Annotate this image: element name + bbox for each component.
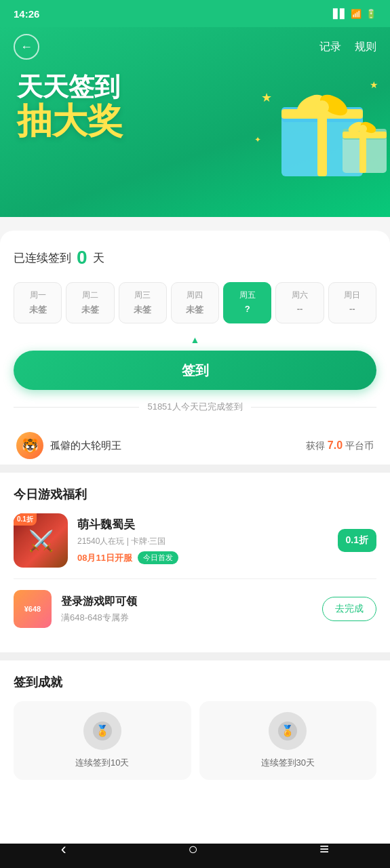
stats-divider-right	[251, 407, 376, 408]
day-arrow: ▲	[14, 334, 376, 345]
time-display: 14:26	[14, 8, 39, 20]
achievement-label-0: 连续签到10天	[75, 757, 129, 769]
status-time: 14:26	[14, 8, 39, 20]
discount-tag: 0.1折	[338, 529, 376, 552]
game-icon: ⚔️ 0.1折	[14, 513, 68, 568]
day-value-4: ?	[245, 304, 250, 314]
game-date-row: 08月11日开服 今日首发	[77, 551, 328, 564]
coupon-info: 登录游戏即可领 满648-648专属券	[61, 595, 313, 624]
day-label-5: 周六	[292, 290, 308, 301]
section-divider-2	[0, 652, 390, 660]
achievement-card-1: 🏅 连续签到30天	[199, 701, 377, 780]
streak-section: 已连续签到 0 天	[14, 247, 376, 269]
first-badge: 今日首发	[138, 551, 178, 564]
main-card: 已连续签到 0 天 周一 未签 周二 未签 周三 未签 周四 未签 周五 ? 周…	[0, 231, 390, 844]
coupon-desc: 满648-648专属券	[61, 612, 313, 624]
game-name: 萌斗魏蜀吴	[77, 517, 328, 532]
day-cell-1: 周二 未签	[66, 282, 114, 323]
header-banner: ← 记录 规则 天天签到 抽大奖	[0, 27, 390, 217]
day-value-3: 未签	[186, 304, 203, 316]
game-meta: 21540人在玩 | 卡牌·三国	[77, 536, 328, 547]
day-label-3: 周四	[187, 290, 203, 301]
day-value-2: 未签	[134, 304, 151, 316]
achievement-card-0: 🏅 连续签到10天	[14, 701, 191, 780]
coupon-title: 登录游戏即可领	[61, 595, 313, 609]
day-label-6: 周日	[344, 290, 360, 301]
signin-button[interactable]: 签到	[14, 351, 376, 390]
user-info: 🐯 孤僻的大轮明王	[16, 432, 121, 459]
user-reward-row: 🐯 孤僻的大轮明王 获得 7.0 平台币	[14, 427, 376, 465]
section-divider-1	[0, 465, 390, 473]
game-card[interactable]: ⚔️ 0.1折 萌斗魏蜀吴 21540人在玩 | 卡牌·三国 08月11日开服 …	[14, 513, 376, 568]
achievement-icon-0: 🏅	[83, 712, 121, 750]
day-cell-5: 周六 --	[275, 282, 324, 323]
day-cell-4: 周五 ?	[223, 282, 271, 323]
back-button[interactable]: ←	[14, 34, 39, 60]
day-label-2: 周三	[134, 290, 151, 301]
status-bar: 14:26 ▋▋ 📶 🔋	[0, 0, 390, 27]
svg-text:🏅: 🏅	[96, 724, 109, 737]
battery-icon: 🔋	[366, 9, 376, 19]
day-label-1: 周二	[82, 290, 98, 301]
reward-prefix: 获得	[306, 440, 325, 451]
benefits-title: 今日游戏福利	[14, 486, 376, 502]
svg-text:🏅: 🏅	[281, 724, 294, 737]
user-name: 孤僻的大轮明王	[50, 439, 121, 452]
day-label-4: 周五	[239, 290, 256, 301]
reward-amount: 7.0	[328, 439, 343, 451]
days-grid: 周一 未签 周二 未签 周三 未签 周四 未签 周五 ? 周六 -- 周日 --	[14, 282, 376, 323]
bottom-padding	[14, 780, 376, 827]
back-icon: ←	[20, 40, 33, 54]
coupon-icon: ¥648	[14, 590, 52, 628]
streak-suffix: 天	[93, 250, 104, 266]
discount-badge: 0.1折	[14, 513, 37, 526]
achievement-section: 签到成就 🏅 连续签到10天 🏅 连续签到30天	[14, 660, 376, 780]
achievement-grid: 🏅 连续签到10天 🏅 连续签到30天	[14, 701, 376, 780]
status-icons: ▋▋ 📶 🔋	[333, 9, 376, 19]
benefits-section: 今日游戏福利 ⚔️ 0.1折 萌斗魏蜀吴 21540人在玩 | 卡牌·三国 08…	[14, 473, 376, 652]
wifi-icon: 📶	[351, 9, 362, 19]
signal-icon: ▋▋	[333, 9, 347, 19]
banner-text: 天天签到 抽大奖	[14, 73, 376, 140]
stats-row: 51851人今天已完成签到	[14, 401, 376, 413]
day-cell-2: 周三 未签	[119, 282, 167, 323]
coupon-icon-text: ¥648	[24, 605, 41, 613]
reward-suffix: 平台币	[345, 440, 374, 451]
game-info: 萌斗魏蜀吴 21540人在玩 | 卡牌·三国 08月11日开服 今日首发	[77, 517, 328, 564]
achievement-title: 签到成就	[14, 674, 376, 690]
banner-title-1: 天天签到	[17, 73, 376, 102]
avatar-emoji: 🐯	[22, 437, 39, 454]
day-value-1: 未签	[81, 304, 99, 316]
day-value-6: --	[349, 304, 355, 314]
banner-title-2: 抽大奖	[17, 102, 376, 140]
coupon-row: ¥648 登录游戏即可领 满648-648专属券 去完成	[14, 578, 376, 639]
achievement-icon-1: 🏅	[269, 712, 307, 750]
reward-text: 获得 7.0 平台币	[306, 439, 374, 452]
user-avatar: 🐯	[16, 432, 43, 459]
day-cell-6: 周日 --	[328, 282, 376, 323]
game-date: 08月11日开服	[77, 552, 132, 564]
streak-prefix: 已连续签到	[14, 250, 71, 266]
day-cell-0: 周一 未签	[14, 282, 62, 323]
day-label-0: 周一	[30, 290, 46, 301]
streak-count: 0	[77, 247, 87, 269]
day-cell-3: 周四 未签	[171, 282, 219, 323]
stats-text: 51851人今天已完成签到	[147, 401, 242, 413]
day-value-5: --	[297, 304, 303, 314]
achievement-label-1: 连续签到30天	[261, 757, 315, 769]
day-value-0: 未签	[29, 304, 47, 316]
complete-button[interactable]: 去完成	[322, 597, 376, 621]
stats-divider-left	[14, 407, 139, 408]
